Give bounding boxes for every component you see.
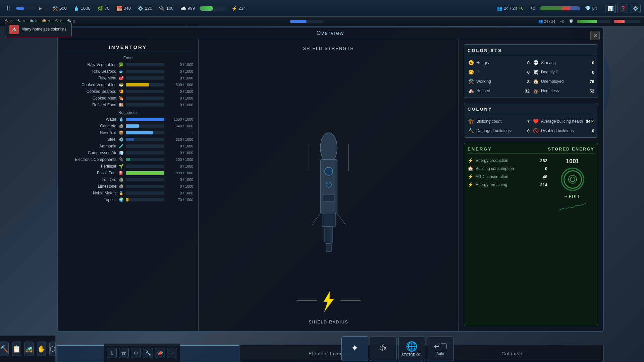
sector-atom-btn[interactable]: ⚛ bbox=[370, 336, 397, 361]
building-icon: 🏠 bbox=[468, 166, 474, 171]
tool-blueprint[interactable]: 📋 bbox=[12, 342, 21, 356]
resource-item-row: Water 💧 1000 / 1000 bbox=[63, 117, 193, 122]
sector-main-btn[interactable]: ✦ bbox=[341, 336, 368, 361]
colony-stat-label: Damaged buildings bbox=[476, 128, 519, 133]
resource-bio: 🌿 70 bbox=[95, 5, 111, 12]
colonist-stat-row: 🏠 Unemployed 76 bbox=[532, 78, 594, 85]
resource-status: +0 bbox=[558, 19, 566, 23]
building-consumption-row: 🏠 Building consumption 0 bbox=[468, 166, 547, 171]
food-bar bbox=[126, 97, 164, 100]
colonist-stat-value: 0 bbox=[521, 60, 530, 65]
resource-value: 0 / 1000 bbox=[166, 164, 193, 168]
colony-stat-row: 🏗️ Building count 7 bbox=[468, 118, 530, 125]
colony-stat-row: ❤️ Average building health 94% bbox=[532, 118, 594, 125]
remaining-icon: ⚡ bbox=[468, 182, 474, 187]
energy-display: ⚡ 214 bbox=[229, 5, 248, 12]
road-btn[interactable]: 🛣 bbox=[119, 348, 129, 358]
comp-icon: 🔌 bbox=[159, 5, 165, 11]
resource-icon: 🌍 bbox=[118, 197, 124, 202]
colonist-icon: 👥 bbox=[496, 5, 502, 11]
resource-bar bbox=[126, 198, 164, 201]
agd-consumption-label: AGD consumption bbox=[476, 174, 541, 179]
food-name: Cooked Meat bbox=[63, 96, 116, 101]
resource-item-row: New Text 📦 - bbox=[63, 130, 193, 135]
colonist-stat-row: 🏚️ Homeless 52 bbox=[532, 87, 594, 94]
alert-box[interactable]: ⚠ Many homeless colonists! bbox=[5, 22, 72, 37]
energy-title: ENERGY bbox=[468, 146, 492, 152]
colony-stat-label: Disabled buildings bbox=[541, 128, 584, 133]
tool-bulldozer[interactable]: 🚜 bbox=[24, 342, 34, 356]
energy-production-row: ⚡ Energy production 262 bbox=[468, 158, 547, 163]
colonist-stat-icon: 🤒 bbox=[468, 69, 474, 75]
sector-auto-btn[interactable]: ↩ Auto bbox=[427, 336, 454, 361]
energy-chart bbox=[559, 202, 586, 212]
colonist-stat-row: ⚒️ Working 8 bbox=[468, 78, 530, 85]
svg-point-0 bbox=[320, 133, 337, 163]
second-bar: 🔨 0 🔧 0 ⚙️ 0 📦 0 ⛏️ 0 🔩 0 👥 24 / 24 +0 🛡… bbox=[0, 17, 644, 26]
resource-bar bbox=[126, 171, 164, 175]
resource-bar bbox=[126, 131, 164, 134]
resource-value: 220 / 1000 bbox=[166, 137, 193, 141]
help-button[interactable]: ❓ bbox=[618, 4, 628, 13]
credits-icon: 💎 bbox=[585, 5, 591, 11]
resource-bar bbox=[126, 124, 164, 128]
resource-icon: 🪨 bbox=[118, 184, 124, 189]
resource-icon: 💧 bbox=[118, 117, 124, 122]
tool-hammer[interactable]: 🔨 bbox=[0, 342, 9, 356]
resource-icon: 🪨 bbox=[118, 177, 124, 182]
svg-rect-11 bbox=[326, 243, 331, 252]
resource-bar bbox=[126, 151, 164, 155]
colonist-stat-label: Working bbox=[476, 79, 519, 84]
food-name: Raw Meat bbox=[63, 76, 116, 80]
svg-marker-12 bbox=[324, 292, 334, 312]
resource-bar-fill bbox=[126, 131, 153, 134]
settings-button[interactable]: ⚙️ bbox=[630, 4, 641, 13]
resource-icon: 🌱 bbox=[118, 164, 124, 169]
resource-icon: 📦 bbox=[118, 130, 124, 135]
megaphone-btn[interactable]: 📣 bbox=[155, 348, 165, 358]
colony-stat-value: 0 bbox=[586, 128, 594, 133]
auto-icon: ↩ bbox=[434, 342, 440, 350]
tool-hand[interactable]: ✋ bbox=[37, 342, 46, 356]
bio-icon: 🌿 bbox=[97, 5, 103, 11]
food-icon: 🍱 bbox=[118, 102, 124, 108]
right-panel: COLONISTS 😐 Hungry 0 💀 Starving 0 🤒 Ill … bbox=[459, 39, 603, 331]
resource-name: Noble Metals bbox=[63, 191, 116, 195]
tool-hex[interactable]: ⬡ bbox=[49, 342, 56, 356]
resource-bar-fill bbox=[126, 198, 128, 201]
resource-item-row: Concrete 🪨 340 / 1000 bbox=[63, 123, 193, 129]
food-icon: 🥗 bbox=[118, 82, 124, 87]
shield-panel: SHIELD STRENGTH bbox=[199, 39, 459, 331]
info-btn[interactable]: ℹ bbox=[107, 348, 117, 358]
colony-stat-icon: 🔨 bbox=[468, 127, 474, 134]
food-bar bbox=[126, 90, 164, 93]
shield-bar: 🛡️ bbox=[568, 19, 575, 23]
pipe-btn[interactable]: 🔧 bbox=[143, 348, 153, 358]
main-progress-bar bbox=[290, 20, 323, 23]
lightning-display bbox=[320, 292, 337, 313]
colony-stat-row: 🔨 Damaged buildings 0 bbox=[468, 127, 530, 134]
sector-name: SECTOR 001 bbox=[401, 353, 422, 357]
sector-globe-btn[interactable]: 🌐 SECTOR 001 bbox=[398, 336, 425, 361]
food-icon: 🐟 bbox=[118, 69, 124, 74]
colonist-stat-label: Hungry bbox=[476, 60, 519, 65]
plus-btn[interactable]: + bbox=[167, 348, 177, 358]
resource-name: Water bbox=[63, 117, 116, 122]
colonist-stat-row: 🏘️ Housed 32 bbox=[468, 87, 530, 94]
settings-btn[interactable]: ⚙ bbox=[131, 348, 141, 358]
resource-icon: 🥇 bbox=[118, 190, 124, 196]
close-button[interactable]: ✕ bbox=[590, 31, 600, 40]
food-name: Raw Vegetables bbox=[63, 62, 116, 67]
chart-button[interactable]: 📊 bbox=[605, 4, 616, 13]
colonist-stat-row: 💀 Starving 0 bbox=[532, 59, 594, 66]
resource-value: 0 / 1000 bbox=[166, 191, 193, 195]
colony-stat-value: 7 bbox=[521, 119, 530, 124]
stored-energy-title: STORED ENERGY bbox=[548, 146, 594, 152]
food-icon: 🍖 bbox=[118, 96, 124, 101]
resource-item-row: Steel ⚙️ 220 / 1000 bbox=[63, 137, 193, 142]
auto-checkbox[interactable] bbox=[441, 343, 447, 349]
food-name: Cooked Vegetables bbox=[63, 82, 116, 87]
toolbar-pause[interactable]: ⏸ bbox=[3, 4, 13, 12]
colonist-stat-value: 0 bbox=[586, 70, 594, 75]
resource-bar-fill bbox=[126, 124, 139, 128]
